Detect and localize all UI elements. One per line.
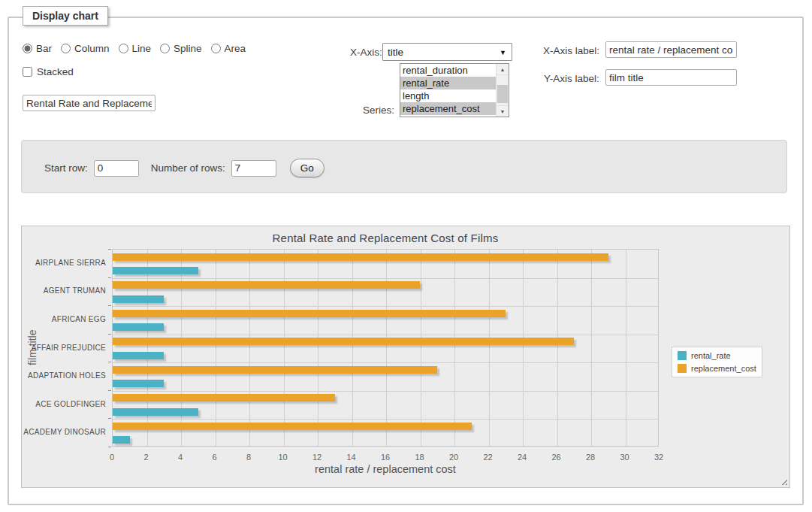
x-tick-label: 4: [178, 453, 183, 462]
x-tick-label: 20: [449, 453, 458, 462]
x-axis-select-label: X-Axis:: [350, 47, 382, 58]
bar-rental_rate: [113, 267, 198, 274]
chart-type-radio-spline[interactable]: [160, 44, 170, 53]
chart-type-option-line[interactable]: Line: [119, 43, 152, 54]
legend-entry-replacement_cost: replacement_cost: [678, 364, 756, 373]
series-option-rental_rate[interactable]: rental_rate: [400, 77, 496, 89]
legend-entry-rental_rate: rental_rate: [678, 351, 756, 360]
gridline-vertical: [216, 250, 216, 446]
bar-replacement_cost: [113, 394, 335, 401]
start-row-label: Start row:: [44, 162, 88, 174]
chart-title-input[interactable]: [23, 95, 155, 111]
y-tick-mark: [108, 390, 111, 391]
bar-rental_rate: [113, 436, 130, 444]
bar-replacement_cost: [113, 310, 506, 317]
series-option-rental_duration[interactable]: rental_duration: [400, 64, 496, 77]
stacked-label: Stacked: [37, 66, 74, 77]
gridline-horizontal: [113, 278, 658, 279]
y-axis-label-input[interactable]: [605, 69, 737, 86]
x-tick-label: 8: [246, 453, 251, 462]
x-tick-label: 0: [110, 453, 114, 462]
gridline-vertical: [386, 250, 387, 446]
series-listbox[interactable]: rental_durationrental_ratelengthreplacem…: [400, 63, 509, 117]
gridline-vertical: [249, 250, 250, 446]
select-dropdown-arrow-icon: ▼: [500, 49, 506, 56]
chart-plot-area: [112, 249, 659, 447]
chart-title: Rental Rate and Replacement Cost of Film…: [112, 232, 659, 244]
series-option-replacement_cost[interactable]: replacement_cost: [400, 102, 496, 115]
stacked-checkbox[interactable]: [23, 67, 32, 77]
scrollbar-thumb[interactable]: [497, 85, 508, 103]
chart-type-group: BarColumnLineSplineArea: [23, 43, 246, 54]
chart-type-option-column[interactable]: Column: [61, 43, 110, 54]
gridline-horizontal: [113, 306, 658, 307]
x-tick-label: 14: [346, 453, 355, 462]
chart-type-radio-label: Spline: [174, 43, 202, 54]
y-tick-mark: [108, 334, 111, 335]
gridline-vertical: [489, 250, 490, 446]
stacked-checkbox-row[interactable]: Stacked: [23, 66, 74, 77]
y-axis-label-caption: Y-Axis label:: [544, 73, 599, 84]
gridline-vertical: [352, 250, 353, 446]
chart-type-option-bar[interactable]: Bar: [23, 43, 52, 54]
series-select-label: Series:: [363, 105, 394, 116]
chart-type-option-spline[interactable]: Spline: [160, 43, 202, 54]
y-tick-label: AGENT TRUMAN: [22, 286, 106, 295]
series-option-length[interactable]: length: [400, 89, 496, 102]
gridline-vertical: [626, 250, 626, 446]
y-tick-mark: [108, 277, 111, 278]
x-axis-selected-value: title: [388, 47, 403, 58]
legend-label: rental_rate: [691, 351, 731, 360]
legend-swatch: [678, 351, 687, 360]
bar-rental_rate: [113, 295, 164, 303]
legend-swatch: [678, 364, 687, 373]
x-tick-label: 12: [312, 453, 321, 462]
listbox-scrollbar[interactable]: ▲ ▼: [496, 64, 509, 117]
start-row-input[interactable]: [94, 160, 139, 177]
bar-replacement_cost: [113, 253, 608, 261]
y-tick-label: AIRPLANE SIERRA: [22, 259, 106, 267]
bar-replacement_cost: [113, 281, 420, 289]
x-axis-label-input[interactable]: [605, 41, 737, 58]
go-button[interactable]: Go: [290, 159, 324, 177]
x-tick-label: 10: [278, 453, 287, 462]
y-tick-mark: [108, 249, 111, 250]
x-tick-label: 28: [586, 453, 595, 462]
chart-type-radio-label: Line: [132, 43, 152, 54]
resize-handle-icon[interactable]: [779, 477, 787, 485]
x-tick-label: 32: [654, 453, 663, 462]
series-options: rental_durationrental_ratelengthreplacem…: [400, 64, 509, 115]
row-controls-panel: Start row: Number of rows: Go: [21, 140, 787, 193]
x-tick-label: 16: [381, 453, 390, 462]
y-tick-label: AFFAIR PREJUDICE: [22, 344, 106, 352]
y-tick-mark: [108, 447, 111, 447]
gridline-vertical: [454, 250, 455, 446]
app-window: Display chart BarColumnLineSplineArea St…: [0, 0, 812, 512]
legend-label: replacement_cost: [691, 364, 756, 373]
num-rows-label: Number of rows:: [151, 162, 225, 174]
chart-type-radio-label: Area: [225, 43, 246, 54]
bar-rental_rate: [113, 380, 164, 387]
x-axis-label-caption: X-Axis label:: [543, 45, 599, 56]
chart-type-option-area[interactable]: Area: [211, 43, 246, 54]
x-tick-label: 2: [143, 453, 148, 462]
x-tick-label: 22: [483, 453, 492, 462]
num-rows-input[interactable]: [231, 160, 276, 177]
x-tick-label: 6: [212, 453, 216, 462]
bar-rental_rate: [113, 352, 164, 359]
gridline-vertical: [318, 250, 318, 446]
gridline-horizontal: [113, 419, 658, 420]
chart-type-radio-area[interactable]: [211, 44, 221, 53]
bar-replacement_cost: [113, 423, 472, 430]
gridline-horizontal: [113, 391, 658, 392]
gridline-vertical: [147, 250, 148, 446]
chart-type-radio-column[interactable]: [61, 44, 71, 53]
bar-rental_rate: [113, 408, 198, 416]
chart-type-radio-line[interactable]: [119, 44, 128, 53]
gridline-vertical: [284, 250, 285, 446]
chart-type-radio-bar[interactable]: [23, 44, 32, 53]
scroll-down-icon[interactable]: ▼: [497, 105, 509, 117]
x-tick-label: 24: [518, 453, 527, 462]
scroll-up-icon[interactable]: ▲: [497, 64, 509, 75]
x-axis-select[interactable]: title ▼: [382, 43, 512, 61]
